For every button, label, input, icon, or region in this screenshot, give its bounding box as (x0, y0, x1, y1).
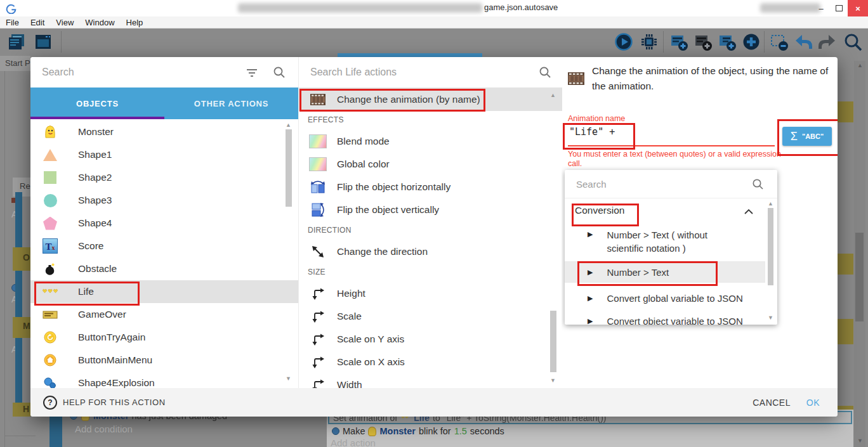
add-subevent-button[interactable] (717, 32, 737, 52)
comment-row-fragment (838, 254, 853, 275)
comment-letter: O (23, 252, 30, 262)
object-list-item[interactable]: Tx Score (30, 235, 298, 257)
ok-button[interactable]: OK (806, 398, 820, 408)
action-item[interactable]: Change the direction (299, 240, 562, 263)
action-item[interactable]: Scale (299, 305, 562, 328)
help-icon[interactable]: ? (43, 396, 57, 410)
action-unit: seconds (470, 426, 504, 436)
undo-button[interactable] (793, 32, 813, 52)
object-list-item[interactable]: ButtonTryAgain (30, 326, 298, 349)
play-button[interactable] (614, 32, 634, 52)
object-list-item[interactable]: GameOver (30, 303, 298, 326)
action-item[interactable]: Scale on Y axis (299, 328, 562, 351)
list-scroll-thumb[interactable] (550, 311, 556, 372)
action-item[interactable]: Flip the object vertically (299, 198, 562, 221)
list-scroll-up[interactable]: ▲ (286, 122, 291, 128)
chevron-up-icon[interactable] (744, 209, 754, 215)
action-item[interactable]: Height (299, 282, 562, 305)
list-scroll-down[interactable]: ▼ (550, 377, 556, 384)
scene-editor-button[interactable] (33, 32, 53, 52)
actions-search-input[interactable] (309, 66, 496, 79)
object-list-item[interactable]: Shape4 (30, 212, 298, 235)
search-icon[interactable] (752, 178, 764, 190)
action-value: 1.5 (454, 426, 467, 436)
list-scroll-down[interactable]: ▼ (286, 375, 291, 382)
action-item[interactable]: Blend mode (299, 130, 562, 153)
object-list-item[interactable]: Shape3 (30, 189, 298, 212)
expression-builder-button[interactable]: Σ "ABC" (782, 127, 832, 146)
tab-other-actions[interactable]: OTHER ACTIONS (164, 87, 298, 119)
object-list-item-selected[interactable]: Life (30, 280, 298, 303)
menu-help[interactable]: Help (121, 18, 149, 27)
objects-search-input[interactable] (41, 66, 230, 79)
object-list-item[interactable]: Shape2 (30, 166, 298, 189)
scrollbar-up-arrow[interactable]: ▲ (857, 62, 863, 68)
objects-search-bar (30, 57, 298, 88)
tab-objects[interactable]: OBJECTS (30, 87, 164, 119)
expression-search-input[interactable] (575, 178, 727, 190)
scrollbar-thumb[interactable] (855, 233, 864, 321)
dropdown-scroll-thumb[interactable] (768, 208, 773, 285)
search-icon[interactable] (273, 66, 286, 79)
menu-window[interactable]: Window (79, 18, 120, 27)
banner-icon (42, 311, 58, 319)
action-row[interactable]: Make Monster blink for 1.5 seconds (328, 424, 504, 438)
list-scroll-up[interactable]: ▲ (550, 92, 556, 98)
action-item[interactable]: Flip the object horizontally (299, 176, 562, 198)
action-item[interactable]: Global color (299, 153, 562, 176)
search-icon[interactable] (539, 66, 551, 79)
filter-icon[interactable] (246, 68, 258, 77)
app-window: Start P Re A O A M A H ▲ ▼ Monster has j… (0, 0, 868, 447)
size-arrow-icon (309, 287, 327, 301)
maximize-button[interactable] (830, 0, 848, 16)
expression-item[interactable]: ▶ Convert global variable to JSON (565, 288, 765, 308)
search-events-button[interactable] (843, 32, 863, 52)
add-condition-link[interactable]: Add condition (75, 424, 133, 434)
list-scroll-thumb[interactable] (286, 129, 292, 207)
toolbar (0, 28, 868, 56)
scrollbar-down-arrow[interactable]: ▼ (857, 437, 863, 444)
help-link[interactable]: HELP FOR THIS ACTION (63, 398, 166, 407)
object-list-item[interactable]: Shape4Explosion (30, 372, 298, 388)
add-action-link[interactable]: Add action (331, 437, 376, 447)
add-circle-icon (742, 32, 761, 51)
redo-button[interactable] (817, 32, 838, 52)
cancel-button[interactable]: CANCEL (753, 398, 791, 408)
remove-event-button[interactable] (769, 32, 789, 52)
object-list-item[interactable]: Obstacle (30, 257, 298, 280)
expression-item-highlighted[interactable]: ▶ Number > Text (565, 261, 765, 283)
action-item[interactable]: Scale on X axis (299, 351, 562, 373)
scene-tab-fragment[interactable]: Start P (0, 56, 30, 71)
section-header: DIRECTION (308, 226, 352, 235)
object-list-item[interactable]: ButtonMainMenu (30, 349, 298, 372)
close-button[interactable]: × (848, 0, 868, 16)
hearts-icon (42, 288, 58, 295)
add-comment-button[interactable] (693, 32, 713, 52)
minimize-button[interactable]: – (812, 0, 830, 16)
section-header: SIZE (308, 268, 326, 276)
dropdown-scroll-down[interactable]: ▼ (768, 314, 773, 321)
events-sheet-button[interactable] (6, 32, 27, 52)
expression-item[interactable]: ▶ Convert object variable to JSON (565, 311, 765, 325)
expression-item[interactable]: ▶ Number > Text ( without scientific not… (565, 228, 765, 255)
comment-row-fragment: O (13, 247, 30, 271)
object-list-item[interactable]: Monster (30, 120, 298, 143)
menu-file[interactable]: File (0, 18, 25, 27)
action-item[interactable]: Width (299, 373, 562, 388)
action-item-selected[interactable]: Change the animation (by name) (299, 87, 562, 111)
triangle-right-icon: ▶ (588, 230, 593, 238)
menu-view[interactable]: View (50, 18, 79, 27)
menu-edit[interactable]: Edit (25, 18, 50, 27)
debug-button[interactable] (639, 32, 659, 52)
object-list-item[interactable]: Shape1 (30, 143, 298, 166)
add-new-button[interactable] (741, 32, 761, 52)
error-message: You must enter a text (between quotes) o… (568, 150, 790, 168)
retry-button-icon (42, 331, 58, 344)
circle-icon (42, 194, 58, 207)
animation-name-input[interactable] (568, 126, 761, 138)
comment-row-fragment (838, 101, 853, 122)
add-event-button[interactable] (669, 32, 689, 52)
expression-group-label[interactable]: Conversion (575, 205, 624, 216)
dropdown-scroll-up[interactable]: ▲ (768, 200, 773, 207)
monster-object-icon (368, 427, 376, 436)
